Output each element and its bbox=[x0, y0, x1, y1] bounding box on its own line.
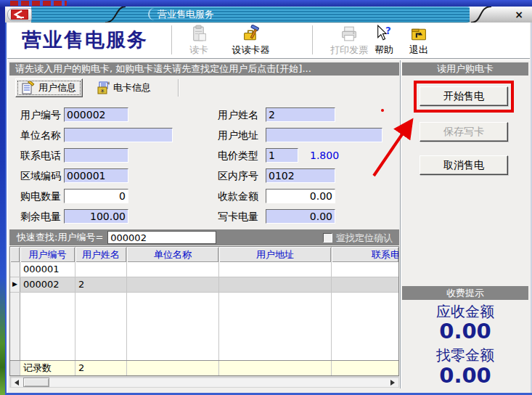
area-code-field[interactable] bbox=[64, 168, 128, 183]
fee-section-header: 收费提示 bbox=[402, 286, 528, 300]
quick-search-bar: 快速查找:用户编号= 查找定位确认 bbox=[9, 229, 399, 245]
col-user-id[interactable]: 用户编号 bbox=[20, 247, 75, 262]
purchase-qty-field[interactable] bbox=[64, 189, 128, 203]
set-reader-button[interactable]: 设读卡器 bbox=[220, 25, 282, 57]
help-icon: ? bbox=[375, 25, 393, 43]
user-id-label: 用户编号 bbox=[20, 107, 61, 122]
user-info-form: 用户编号 用户姓名 单位名称 用户地址 联系电话 电价类型 1.800 区域编码… bbox=[9, 99, 399, 227]
selected-row-marker-icon: ▶ bbox=[10, 277, 20, 292]
purchase-qty-label: 购电数量 bbox=[20, 189, 61, 203]
write-card-qty-field[interactable] bbox=[266, 209, 335, 224]
record-count-label: 记录数 bbox=[20, 361, 75, 375]
cell-user-id: 000002 bbox=[20, 277, 75, 292]
power-card-icon: ✳ + bbox=[97, 81, 110, 94]
empty-cell bbox=[10, 293, 20, 360]
col-user-name[interactable]: 用户姓名 bbox=[75, 247, 127, 262]
start-sale-button[interactable]: 开始售电 bbox=[420, 86, 508, 106]
user-name-field[interactable] bbox=[266, 107, 335, 122]
cell-org-name bbox=[127, 277, 219, 292]
toolbox-hammer-icon bbox=[242, 25, 261, 43]
user-addr-label: 用户地址 bbox=[218, 128, 258, 142]
empty-cell bbox=[332, 361, 398, 375]
titlebar-curve-right bbox=[471, 7, 493, 23]
cell-user-id: 000001 bbox=[20, 262, 75, 277]
area-seq-label: 区内序号 bbox=[218, 168, 258, 183]
cancel-sale-button[interactable]: 取消售电 bbox=[420, 155, 508, 175]
area-code-label: 区域编码 bbox=[20, 168, 61, 183]
price-type-field[interactable] bbox=[266, 148, 298, 163]
row-selector bbox=[10, 262, 20, 277]
titlebar-curve-left bbox=[105, 7, 127, 23]
quick-search-input[interactable] bbox=[107, 231, 216, 244]
change-amount-label: 找零金额 bbox=[402, 346, 528, 365]
scroll-right-icon[interactable] bbox=[387, 378, 398, 387]
save-write-card-button[interactable]: 保存写卡 bbox=[420, 122, 508, 142]
col-user-addr[interactable]: 用户地址 bbox=[219, 247, 332, 262]
org-name-label: 单位名称 bbox=[20, 128, 61, 142]
cell-user-name: 2 bbox=[75, 277, 127, 292]
amount-received-field[interactable] bbox=[266, 189, 335, 203]
user-addr-field[interactable] bbox=[266, 128, 382, 142]
exit-label: 退出 bbox=[409, 44, 428, 57]
background-window-logo bbox=[10, 1, 67, 6]
empty-cell bbox=[332, 293, 398, 360]
footer-selector-cell bbox=[10, 361, 20, 375]
org-name-field[interactable] bbox=[64, 128, 173, 142]
scrollbar-thumb[interactable] bbox=[23, 378, 49, 387]
user-table: 用户编号 用户姓名 单位名称 用户地址 联系电话 000001 ▶ 000002… bbox=[9, 246, 399, 376]
tab-user-info[interactable]: 用户信息 bbox=[15, 78, 83, 97]
horizontal-scrollbar[interactable] bbox=[9, 376, 399, 388]
empty-cell bbox=[20, 293, 75, 360]
cell-org-name bbox=[127, 262, 219, 277]
price-type-label: 电价类型 bbox=[218, 148, 258, 163]
notepad-pencil-icon bbox=[22, 81, 35, 94]
locate-confirm-checkbox[interactable]: 查找定位确认 bbox=[323, 231, 392, 244]
print-invoice-label: 打印发票 bbox=[330, 44, 368, 57]
scroll-left-icon[interactable] bbox=[11, 378, 22, 387]
exit-button[interactable]: 退出 bbox=[402, 25, 435, 57]
tab-user-info-label: 用户信息 bbox=[38, 81, 76, 94]
remaining-field[interactable] bbox=[64, 209, 128, 224]
window-title: 营业售电服务 bbox=[157, 7, 214, 23]
empty-cell bbox=[127, 361, 219, 375]
area-seq-field[interactable] bbox=[266, 168, 335, 183]
quick-search-label: 快速查找:用户编号= bbox=[17, 231, 103, 244]
tab-card-info[interactable]: ✳ + 电卡信息 bbox=[91, 78, 157, 97]
close-icon[interactable]: × bbox=[512, 8, 525, 21]
read-card-label: 读卡 bbox=[189, 44, 208, 57]
toolbar-separator bbox=[312, 25, 314, 54]
svg-text:✳: ✳ bbox=[100, 88, 105, 94]
col-org-name[interactable]: 单位名称 bbox=[127, 247, 219, 262]
phone-field[interactable] bbox=[64, 148, 128, 163]
titlebar[interactable]: 营业售电服务 × bbox=[5, 7, 532, 23]
table-empty-area bbox=[10, 293, 398, 360]
user-id-field[interactable] bbox=[64, 107, 128, 122]
table-row-selected[interactable]: ▶ 000002 2 bbox=[10, 277, 398, 293]
cell-user-addr bbox=[219, 277, 332, 292]
receivable-amount-value: 0.00 bbox=[402, 319, 528, 343]
app-window: 营业售电服务 × 营业售电服务 读卡 bbox=[5, 7, 532, 395]
change-amount-value: 0.00 bbox=[402, 363, 528, 388]
tab-card-info-label: 电卡信息 bbox=[113, 81, 151, 94]
checkbox-icon bbox=[323, 233, 332, 243]
unit-price-value: 1.800 bbox=[310, 148, 339, 163]
help-label: 帮助 bbox=[375, 44, 393, 57]
cell-user-addr bbox=[219, 262, 332, 277]
toolbar-divider bbox=[7, 58, 530, 60]
read-card-button[interactable]: 读卡 bbox=[180, 25, 218, 57]
app-logo-icon bbox=[11, 9, 28, 20]
right-panel-header: 读用户购电卡 bbox=[402, 62, 528, 76]
help-button[interactable]: ? 帮助 bbox=[367, 25, 401, 57]
vertical-divider bbox=[400, 60, 401, 388]
screen: 营业售电服务 × 营业售电服务 读卡 bbox=[0, 0, 532, 395]
table-row[interactable]: 000001 bbox=[10, 262, 398, 277]
user-name-label: 用户姓名 bbox=[218, 107, 258, 122]
status-message: 请先读入用户的购电卡, 如购电卡遗失请先查找定位用户后点击[开始]... bbox=[9, 62, 399, 76]
empty-cell bbox=[75, 293, 127, 360]
tab-separator bbox=[178, 79, 179, 97]
col-phone[interactable]: 联系电话 bbox=[332, 247, 398, 262]
tab-bar: 用户信息 ✳ + 电卡信息 bbox=[9, 78, 399, 98]
page-title: 营业售电服务 bbox=[22, 27, 148, 53]
cell-phone bbox=[332, 277, 398, 292]
exit-icon bbox=[409, 25, 428, 43]
